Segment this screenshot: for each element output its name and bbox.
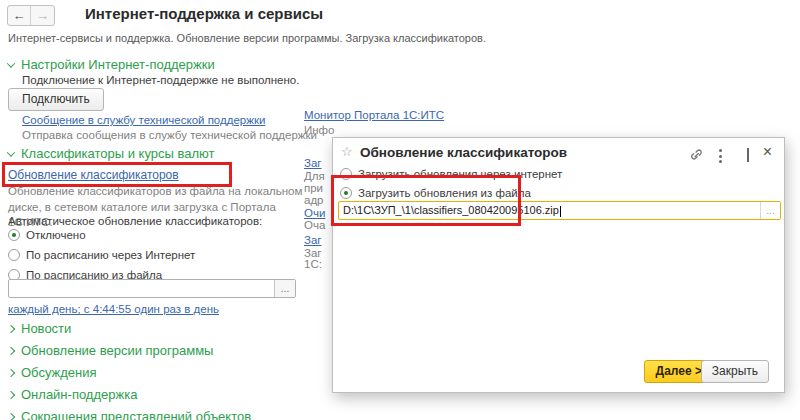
back-arrow-icon: ← <box>13 8 26 23</box>
schedule-file-path-field[interactable]: ... <box>8 279 296 298</box>
section-title: Онлайн-поддержка <box>21 387 137 402</box>
section-title: Обновление версии программы <box>21 343 213 358</box>
clipped-link-fragment[interactable]: Заг <box>304 157 322 169</box>
update-file-path-field[interactable]: D:\1C\ЗУП_\1\classifiers_080420095106.zi… <box>338 201 781 220</box>
forward-button[interactable]: → <box>31 6 54 25</box>
chevron-right-icon <box>7 412 15 420</box>
radio-unselected-icon <box>8 249 20 261</box>
auto-update-label: Автоматическое обновление классификаторо… <box>8 215 262 227</box>
radio-download-from-file[interactable]: Загрузить обновления из файла <box>340 187 531 199</box>
section-title: Сокращения представлений объектов <box>21 409 251 420</box>
radio-unselected-icon <box>340 168 352 180</box>
favorite-star-icon[interactable]: ☆ <box>341 144 353 159</box>
chevron-down-icon <box>7 148 15 156</box>
section-header-online-support[interactable]: Онлайн-поддержка <box>8 387 137 402</box>
clipped-link-fragment[interactable]: Заг <box>304 234 322 246</box>
schedule-link[interactable]: каждый день; с 4:44:55 один раз в день <box>8 303 219 315</box>
section-header-news[interactable]: Новости <box>8 321 71 336</box>
text-cursor <box>560 206 561 217</box>
update-file-path-value: D:\1C\ЗУП_\1\classifiers_080420095106.zi… <box>343 204 559 216</box>
clipped-text-fragment: 1С: <box>304 258 322 270</box>
close-icon[interactable]: × <box>763 146 772 158</box>
section-header-internet-support-settings[interactable]: Настройки Интернет-поддержки <box>8 57 215 72</box>
radio-schedule-internet[interactable]: По расписанию через Интернет <box>8 249 195 261</box>
connection-status-text: Подключение к Интернет-поддержке не выпо… <box>22 74 299 86</box>
radio-disabled[interactable]: Отключено <box>8 229 86 241</box>
chevron-right-icon <box>7 346 15 354</box>
dialog-close-button[interactable]: Закрыть <box>701 360 769 383</box>
get-link-icon[interactable] <box>689 148 704 163</box>
clipped-text-fragment: Для <box>304 170 325 182</box>
browse-ellipsis-button[interactable]: ... <box>274 280 295 297</box>
browse-ellipsis-button[interactable]: ... <box>760 202 780 219</box>
page-subtitle: Интернет-сервисы и поддержка. Обновление… <box>8 32 486 44</box>
schedule-file-path-value[interactable] <box>9 280 274 297</box>
support-message-description: Отправка сообщения в службу технической … <box>22 129 317 141</box>
nav-history-buttons: ← → <box>7 5 55 26</box>
section-header-program-update[interactable]: Обновление версии программы <box>8 343 213 358</box>
support-message-link[interactable]: Сообщение в службу технической поддержки <box>22 114 265 126</box>
classifier-update-dialog: ☆ Обновление классификаторов × Загрузить… <box>332 137 785 393</box>
back-button[interactable]: ← <box>8 6 31 25</box>
section-title: Классификаторы и курсы валют <box>21 146 215 161</box>
section-header-discussions[interactable]: Обсуждения <box>8 365 97 380</box>
section-title: Обсуждения <box>21 365 97 380</box>
chevron-right-icon <box>7 368 15 376</box>
more-menu-kebab-icon[interactable] <box>716 148 725 164</box>
its-portal-monitor-link[interactable]: Монитор Портала 1С:ИТС <box>304 109 444 121</box>
section-header-classifiers-and-rates[interactable]: Классификаторы и курсы валют <box>8 146 215 161</box>
section-title: Новости <box>21 321 71 336</box>
radio-download-via-internet[interactable]: Загрузить обновления через интернет <box>340 168 562 180</box>
classifier-update-link[interactable]: Обновление классификаторов <box>8 168 179 182</box>
connect-button[interactable]: Подключить <box>8 88 104 111</box>
maximize-icon[interactable] <box>747 149 749 161</box>
radio-selected-icon <box>340 187 352 199</box>
section-title: Настройки Интернет-поддержки <box>21 57 215 72</box>
dialog-title: Обновление классификаторов <box>360 145 567 160</box>
its-portal-monitor-description-clipped: Инфо <box>304 124 334 136</box>
chevron-right-icon <box>7 324 15 332</box>
forward-arrow-icon: → <box>36 8 49 23</box>
section-header-object-presentations[interactable]: Сокращения представлений объектов <box>8 409 251 420</box>
chevron-down-icon <box>7 59 15 67</box>
page-title: Интернет-поддержка и сервисы <box>85 5 323 22</box>
radio-selected-icon <box>8 229 20 241</box>
chevron-right-icon <box>7 390 15 398</box>
